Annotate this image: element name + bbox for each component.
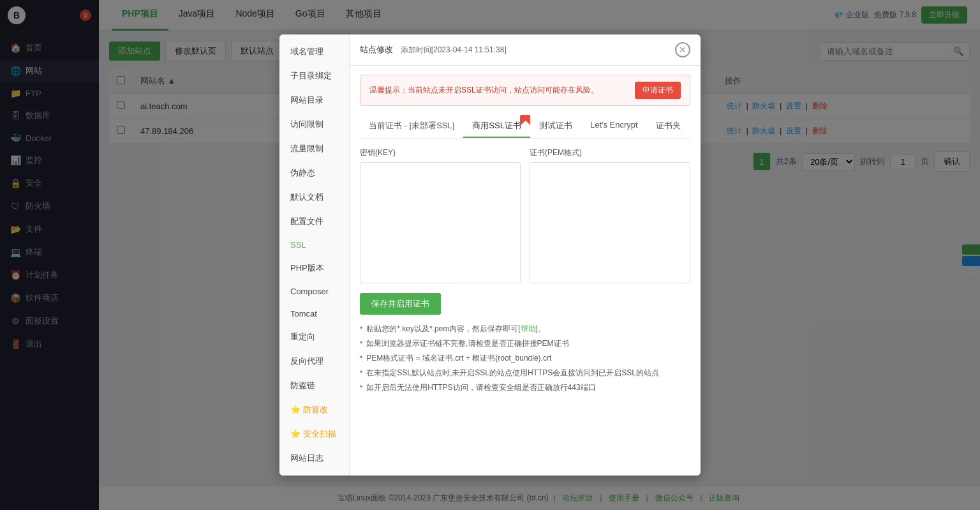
tab-current-cert[interactable]: 当前证书 - [未部署SSL] [360, 115, 463, 138]
modal-close-button[interactable]: ✕ [675, 42, 690, 57]
modal-sidebar-pseudo[interactable]: 伪静态 [279, 161, 349, 185]
hint-5: • 如开启后无法使用HTTPS访问，请检查安全组是否正确放行443端口 [360, 382, 690, 393]
modal-body: 温馨提示：当前站点未开启SSL证书访问，站点访问可能存在风险。 申请证书 当前证… [350, 66, 701, 476]
modal-sidebar-access[interactable]: 访问限制 [279, 112, 349, 137]
modal-sidebar-reverse-proxy[interactable]: 反向代理 [279, 349, 349, 373]
modal-sidebar-domain[interactable]: 域名管理 [279, 40, 349, 64]
modal-sidebar-tamper[interactable]: ⭐ 防篡改 [279, 398, 349, 422]
site-edit-modal: 域名管理 子目录绑定 网站目录 访问限制 流量限制 伪静态 默认文档 配置文件 … [279, 34, 701, 476]
modal-sidebar-composer[interactable]: Composer [279, 280, 349, 303]
bullet-icon: • [360, 382, 362, 391]
modal-sidebar-hotlink[interactable]: 防盗链 [279, 373, 349, 398]
svg-marker-0 [520, 115, 530, 125]
tab-letsencrypt[interactable]: Let's Encrypt [581, 115, 647, 138]
modal-main-content: 站点修改 添加时间[2023-04-14 11:51:38] ✕ 温馨提示：当前… [350, 34, 701, 476]
hint-text: 如果浏览器提示证书链不完整,请检查是否正确拼接PEM证书 [366, 338, 568, 349]
hints-section: • 粘贴您的*.key以及*.pem内容，然后保存即可[帮助]。 • 如果浏览器… [360, 324, 690, 393]
modal-sidebar-subdir[interactable]: 子目录绑定 [279, 64, 349, 88]
warning-banner: 温馨提示：当前站点未开启SSL证书访问，站点访问可能存在风险。 申请证书 [360, 75, 690, 106]
modal-sidebar: 域名管理 子目录绑定 网站目录 访问限制 流量限制 伪静态 默认文档 配置文件 … [279, 34, 350, 476]
key-group: 密钥(KEY) [360, 147, 521, 285]
modal-title-text: 站点修改 [360, 45, 393, 54]
bullet-icon: • [360, 338, 362, 347]
bullet-icon: • [360, 353, 362, 362]
modal-sidebar-ssl[interactable]: SSL [279, 234, 349, 256]
modal-sidebar-redirect[interactable]: 重定向 [279, 325, 349, 349]
cert-label: 证书(PEM格式) [530, 147, 690, 158]
modal-sidebar-tomcat[interactable]: Tomcat [279, 303, 349, 325]
hint-4: • 在未指定SSL默认站点时,未开启SSL的站点使用HTTPS会直接访问到已开启… [360, 368, 690, 379]
bullet-icon: • [360, 368, 362, 377]
apply-cert-button[interactable]: 申请证书 [635, 82, 681, 99]
hint-3: • PEM格式证书 = 域名证书.crt + 根证书(root_bundle).… [360, 353, 690, 364]
key-label: 密钥(KEY) [360, 147, 521, 158]
key-textarea[interactable] [360, 162, 521, 283]
hint-text: 粘贴您的*.key以及*.pem内容，然后保存即可[帮助]。 [366, 324, 546, 334]
hint-text: 在未指定SSL默认站点时,未开启SSL的站点使用HTTPS会直接访问到已开启SS… [366, 368, 659, 379]
modal-subtitle: 添加时间[2023-04-14 11:51:38] [401, 45, 507, 54]
modal-sidebar-site-log[interactable]: 网站日志 [279, 446, 349, 470]
hint-text: PEM格式证书 = 域名证书.crt + 根证书(root_bundle).cr… [366, 353, 551, 364]
tab-commercial-ssl[interactable]: 商用SSL证书 [463, 115, 530, 138]
tab-cert-archive[interactable]: 证书夹 [647, 115, 690, 138]
bullet-icon: • [360, 324, 362, 333]
cert-textarea[interactable] [530, 162, 690, 283]
modal-title: 站点修改 添加时间[2023-04-14 11:51:38] [360, 44, 507, 56]
modal-sidebar-php-ver[interactable]: PHP版本 [279, 256, 349, 280]
modal-overlay[interactable]: 域名管理 子目录绑定 网站目录 访问限制 流量限制 伪静态 默认文档 配置文件 … [0, 0, 980, 510]
hint-1: • 粘贴您的*.key以及*.pem内容，然后保存即可[帮助]。 [360, 324, 690, 334]
tab-test-cert[interactable]: 测试证书 [530, 115, 581, 138]
modal-sidebar-default-doc[interactable]: 默认文档 [279, 185, 349, 209]
modal-sidebar-config[interactable]: 配置文件 [279, 209, 349, 234]
warning-text: 温馨提示：当前站点未开启SSL证书访问，站点访问可能存在风险。 [369, 85, 598, 96]
modal-header: 站点修改 添加时间[2023-04-14 11:51:38] ✕ [350, 34, 701, 66]
cert-form: 密钥(KEY) 证书(PEM格式) [360, 147, 690, 285]
cert-group: 证书(PEM格式) [530, 147, 690, 285]
ssl-tab-bar: 当前证书 - [未部署SSL] 商用SSL证书 测试证书 Let's Encry… [360, 115, 690, 139]
tab-badge-icon [520, 115, 530, 125]
modal-sidebar-flow[interactable]: 流量限制 [279, 137, 349, 161]
hint-text: 如开启后无法使用HTTPS访问，请检查安全组是否正确放行443端口 [366, 382, 595, 393]
save-cert-button[interactable]: 保存并启用证书 [360, 293, 441, 315]
modal-sidebar-scan[interactable]: ⭐ 安全扫描 [279, 422, 349, 446]
tab-commercial-label: 商用SSL证书 [472, 121, 521, 130]
help-link[interactable]: 帮助 [521, 324, 536, 333]
hint-2: • 如果浏览器提示证书链不完整,请检查是否正确拼接PEM证书 [360, 338, 690, 349]
modal-sidebar-webroot[interactable]: 网站目录 [279, 88, 349, 112]
